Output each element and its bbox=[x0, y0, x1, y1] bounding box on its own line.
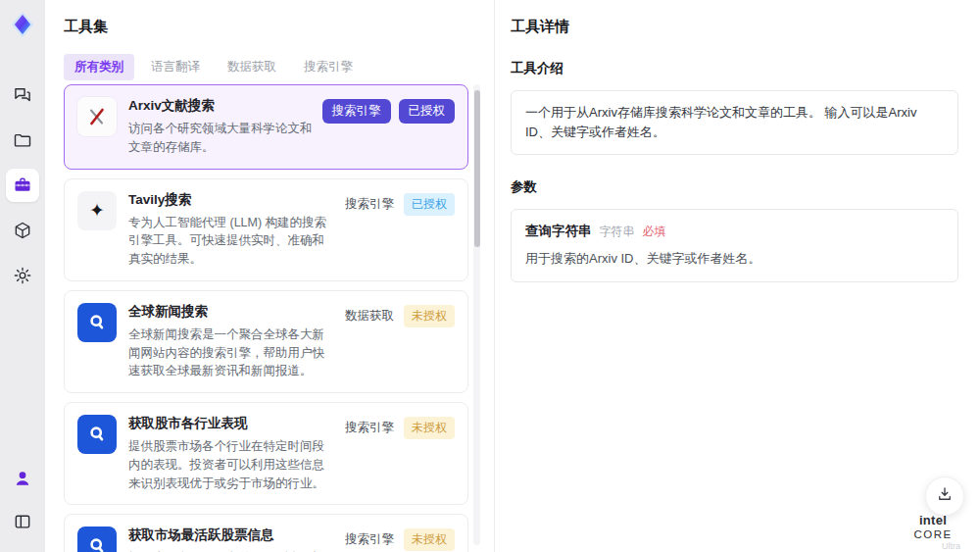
list-scrollbar[interactable] bbox=[473, 84, 480, 545]
tool-card[interactable]: 获取股市各行业表现 提供股票市场各个行业在特定时间段内的表现。投资者可以利用这些… bbox=[64, 402, 468, 505]
param-required-flag: 必填 bbox=[643, 224, 666, 240]
param-type: 字符串 bbox=[600, 224, 635, 240]
rail-nav bbox=[6, 78, 39, 292]
tool-auth-badge: 未授权 bbox=[404, 417, 455, 439]
tool-title: Arxiv文献搜索 bbox=[128, 97, 313, 115]
core-brand-text: CORE bbox=[913, 528, 952, 540]
tool-card[interactable]: Arxiv文献搜索 访问各个研究领域大量科学论文和文章的存储库。 搜索引擎 已授… bbox=[64, 84, 468, 170]
download-button[interactable] bbox=[925, 477, 964, 516]
tool-category-badge: 搜索引擎 bbox=[345, 420, 394, 436]
tool-card[interactable]: 获取市场最活跃股票信息 提供当天交易量最高的股票列表，投资者可以利用这些信息来识… bbox=[64, 514, 468, 552]
tool-card[interactable]: ✦ Tavily搜索 专为人工智能代理 (LLM) 构建的搜索引擎工具。可快速提… bbox=[64, 178, 468, 281]
tool-auth-badge: 已授权 bbox=[404, 193, 455, 216]
chat-icon[interactable] bbox=[6, 78, 39, 112]
category-tab[interactable]: 搜索引擎 bbox=[293, 54, 364, 80]
briefcase-icon-toolset[interactable] bbox=[6, 169, 39, 202]
intel-core-logo: intel CORE Ultra bbox=[902, 514, 964, 551]
scrollbar-thumb[interactable] bbox=[474, 90, 480, 247]
page-title: 工具集 bbox=[64, 18, 108, 36]
sparkle-icon: ✦ bbox=[77, 191, 117, 230]
brand-sub-text: Ultra bbox=[902, 542, 964, 552]
tool-title: 全球新闻搜索 bbox=[128, 303, 335, 321]
app-window: 工具集 所有类别 语言翻译 数据获取 搜索引擎 Arxiv文献搜索 访问各个研究… bbox=[0, 0, 980, 552]
tool-category-badge: 搜索引擎 bbox=[322, 99, 391, 124]
category-tab[interactable]: 语言翻译 bbox=[140, 54, 211, 80]
app-logo-gem-icon[interactable] bbox=[8, 10, 37, 39]
tool-category-badge: 搜索引擎 bbox=[345, 196, 394, 213]
tool-detail-panel: 工具详情 工具介绍 一个用于从Arxiv存储库搜索科学论文和文章的工具。 输入可… bbox=[494, 0, 980, 552]
search-blue-icon bbox=[77, 303, 117, 342]
tool-desc: 访问各个研究领域大量科学论文和文章的存储库。 bbox=[128, 120, 313, 157]
tool-list: Arxiv文献搜索 访问各个研究领域大量科学论文和文章的存储库。 搜索引擎 已授… bbox=[64, 84, 468, 552]
tool-auth-badge: 未授权 bbox=[404, 528, 455, 551]
category-tab[interactable]: 数据获取 bbox=[217, 54, 287, 80]
tool-category-badge: 数据获取 bbox=[345, 308, 394, 325]
tool-desc: 提供股票市场各个行业在特定时间段内的表现。投资者可以利用这些信息来识别表现优于或… bbox=[128, 437, 335, 492]
tool-title: 获取市场最活跃股票信息 bbox=[128, 527, 335, 544]
intro-heading: 工具介绍 bbox=[511, 60, 958, 77]
search-blue-icon bbox=[77, 527, 117, 552]
params-list: 查询字符串 字符串 必填 用于搜索的Arxiv ID、关键字或作者姓名。 bbox=[511, 209, 958, 282]
tool-title: Tavily搜索 bbox=[128, 191, 335, 209]
user-icon[interactable] bbox=[6, 462, 39, 495]
params-heading: 参数 bbox=[511, 178, 958, 196]
param-item: 查询字符串 字符串 必填 用于搜索的Arxiv ID、关键字或作者姓名。 bbox=[511, 209, 958, 282]
download-icon bbox=[936, 485, 954, 507]
tool-category-badge: 搜索引擎 bbox=[345, 531, 394, 548]
tool-desc: 全球新闻搜索是一个聚合全球各大新闻网站内容的搜索引擎，帮助用户快速获取全球最新资… bbox=[128, 326, 335, 380]
rail-bottom bbox=[0, 462, 45, 538]
tool-title: 获取股市各行业表现 bbox=[128, 415, 335, 432]
tool-desc: 专为人工智能代理 (LLM) 构建的搜索引擎工具。可快速提供实时、准确和真实的结… bbox=[128, 214, 335, 269]
intel-brand-text: intel bbox=[919, 513, 947, 527]
tool-auth-badge: 未授权 bbox=[404, 305, 455, 327]
sparkle-icon: ✦ bbox=[89, 201, 105, 220]
intro-text-box: 一个用于从Arxiv存储库搜索科学论文和文章的工具。 输入可以是Arxiv ID… bbox=[511, 90, 958, 155]
tool-auth-badge: 已授权 bbox=[399, 99, 456, 124]
param-desc: 用于搜索的Arxiv ID、关键字或作者姓名。 bbox=[525, 249, 944, 269]
category-tabs: 所有类别 语言翻译 数据获取 搜索引擎 bbox=[64, 54, 364, 80]
tool-card[interactable]: 全球新闻搜索 全球新闻搜索是一个聚合全球各大新闻网站内容的搜索引擎，帮助用户快速… bbox=[64, 290, 468, 393]
tool-list-panel: 工具集 所有类别 语言翻译 数据获取 搜索引擎 Arxiv文献搜索 访问各个研究… bbox=[45, 0, 494, 552]
folder-icon[interactable] bbox=[6, 124, 39, 157]
gear-icon[interactable] bbox=[6, 259, 39, 292]
arxiv-icon bbox=[77, 97, 117, 136]
search-blue-icon bbox=[77, 415, 117, 454]
cube-icon[interactable] bbox=[6, 214, 39, 247]
param-name: 查询字符串 bbox=[525, 223, 592, 240]
detail-title: 工具详情 bbox=[511, 18, 958, 36]
category-tab[interactable]: 所有类别 bbox=[64, 54, 134, 80]
left-rail bbox=[0, 0, 45, 552]
layout-panel-icon[interactable] bbox=[6, 505, 39, 538]
